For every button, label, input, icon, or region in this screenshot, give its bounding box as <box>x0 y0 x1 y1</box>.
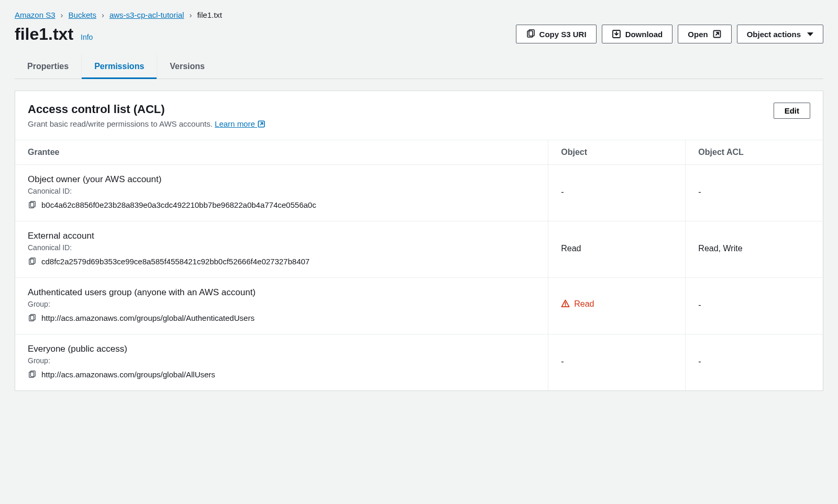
object-cell: Read <box>548 221 686 278</box>
grantee-cell: External accountCanonical ID:cd8fc2a2579… <box>15 221 548 278</box>
page-title: file1.txt Info <box>15 25 93 44</box>
breadcrumb-item: Buckets <box>69 10 96 19</box>
grantee-title: Authenticated users group (anyone with a… <box>28 287 535 298</box>
grantee-cell: Everyone (public access)Group:http://acs… <box>15 334 548 391</box>
copy-icon <box>526 29 535 39</box>
object-acl-permission: - <box>698 300 701 309</box>
tab-permissions[interactable]: Permissions <box>82 54 157 79</box>
grantee-id-label: Canonical ID: <box>28 187 535 195</box>
tab-versions[interactable]: Versions <box>157 54 217 79</box>
acl-panel: Access control list (ACL) Grant basic re… <box>15 91 823 391</box>
grantee-cell: Authenticated users group (anyone with a… <box>15 278 548 334</box>
chevron-right-icon: › <box>102 10 104 19</box>
grantee-id-value: b0c4a62c8856f0e23b28a839e0a3cdc492210bb7… <box>41 200 316 209</box>
breadcrumb-link-buckets[interactable]: Buckets <box>69 10 96 19</box>
table-row: Everyone (public access)Group:http://acs… <box>15 334 823 391</box>
object-acl-cell: Read, Write <box>686 221 823 278</box>
object-acl-permission: - <box>698 357 701 366</box>
button-label: Object actions <box>747 30 801 39</box>
grantee-id-value: cd8fc2a2579d69b353ce99ce8a585f4558421c92… <box>41 257 310 266</box>
grantee-title: Everyone (public access) <box>28 344 535 354</box>
download-icon <box>612 29 621 39</box>
panel-header: Access control list (ACL) Grant basic re… <box>15 91 823 140</box>
page-header: file1.txt Info Copy S3 URI Download Open… <box>15 25 823 54</box>
button-label: Download <box>625 30 663 39</box>
header-actions: Copy S3 URI Download Open Object actions <box>516 25 823 43</box>
object-cell: - <box>548 334 686 391</box>
grantee-id-value: http://acs.amazonaws.com/groups/global/A… <box>41 370 215 379</box>
breadcrumb-link-s3[interactable]: Amazon S3 <box>15 10 56 19</box>
learn-more-link[interactable]: Learn more <box>215 119 266 128</box>
external-link-icon <box>257 120 266 128</box>
download-button[interactable]: Download <box>602 25 673 43</box>
object-acl-cell: - <box>686 165 823 221</box>
grantee-id-value: http://acs.amazonaws.com/groups/global/A… <box>41 313 255 322</box>
chevron-right-icon: › <box>61 10 63 19</box>
object-actions-button[interactable]: Object actions <box>737 25 823 43</box>
copy-id-button[interactable] <box>28 257 36 266</box>
open-button[interactable]: Open <box>678 25 731 43</box>
object-permission: Read <box>561 244 581 253</box>
caret-down-icon <box>807 32 813 36</box>
tab-properties[interactable]: Properties <box>15 54 82 79</box>
panel-description-text: Grant basic read/write permissions to AW… <box>28 119 215 128</box>
object-cell: - <box>548 165 686 221</box>
breadcrumb-item: Amazon S3 <box>15 10 56 19</box>
panel-description: Grant basic read/write permissions to AW… <box>28 119 266 128</box>
object-permission-warning: Read <box>561 299 594 309</box>
copy-s3-uri-button[interactable]: Copy S3 URI <box>516 25 597 43</box>
breadcrumb-current: file1.txt <box>197 10 222 19</box>
col-grantee: Grantee <box>15 140 548 165</box>
col-object-acl: Object ACL <box>686 140 823 165</box>
copy-id-button[interactable] <box>28 314 36 322</box>
table-row: Object owner (your AWS account)Canonical… <box>15 165 823 221</box>
table-row: Authenticated users group (anyone with a… <box>15 278 823 334</box>
object-acl-permission: Read, Write <box>698 244 742 253</box>
warning-icon <box>561 299 570 308</box>
breadcrumb: Amazon S3 › Buckets › aws-s3-cp-acl-tuto… <box>15 10 823 19</box>
chevron-right-icon: › <box>189 10 192 19</box>
grantee-id-label: Group: <box>28 300 535 308</box>
copy-id-button[interactable] <box>28 201 36 209</box>
edit-button[interactable]: Edit <box>774 103 810 119</box>
grantee-cell: Object owner (your AWS account)Canonical… <box>15 165 548 221</box>
grantee-id-label: Group: <box>28 356 535 365</box>
object-acl-cell: - <box>686 334 823 391</box>
acl-table: Grantee Object Object ACL Object owner (… <box>15 140 823 390</box>
object-permission: - <box>561 357 564 366</box>
tabs: Properties Permissions Versions <box>15 54 823 79</box>
grantee-title: External account <box>28 231 535 241</box>
grantee-title: Object owner (your AWS account) <box>28 174 535 185</box>
col-object: Object <box>548 140 686 165</box>
external-link-icon <box>712 29 722 39</box>
copy-id-button[interactable] <box>28 371 36 379</box>
table-row: External accountCanonical ID:cd8fc2a2579… <box>15 221 823 278</box>
object-name: file1.txt <box>15 25 73 44</box>
panel-title: Access control list (ACL) <box>28 103 266 116</box>
info-link[interactable]: Info <box>81 33 93 41</box>
grantee-id-label: Canonical ID: <box>28 243 535 252</box>
object-acl-permission: - <box>698 187 701 196</box>
object-permission: - <box>561 187 564 196</box>
button-label: Open <box>688 30 708 39</box>
object-cell: Read <box>548 278 686 334</box>
button-label: Copy S3 URI <box>539 30 587 39</box>
breadcrumb-link-bucket[interactable]: aws-s3-cp-acl-tutorial <box>109 10 184 19</box>
breadcrumb-item: aws-s3-cp-acl-tutorial <box>109 10 184 19</box>
object-acl-cell: - <box>686 278 823 334</box>
